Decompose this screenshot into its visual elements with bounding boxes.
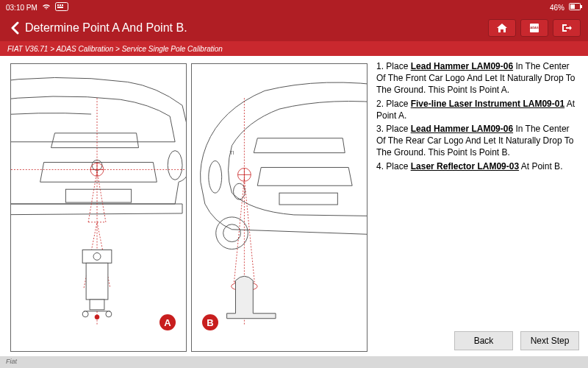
- tool-lead-hammer: Lead Hammer LAM09-06: [411, 61, 513, 71]
- point-b-badge: B: [202, 314, 218, 330]
- footer-brand: Fiat: [0, 356, 588, 368]
- diagram-area: A: [0, 56, 373, 356]
- battery-icon: [569, 3, 582, 12]
- breadcrumb: FIAT V36.71 > ADAS Calibration > Service…: [0, 41, 588, 56]
- svg-rect-2: [60, 4, 61, 6]
- svg-text:TI: TI: [230, 150, 234, 155]
- svg-rect-21: [90, 300, 104, 310]
- diagram-front-panel: A: [10, 63, 187, 352]
- svg-point-10: [168, 151, 182, 180]
- svg-text:ADAS: ADAS: [530, 26, 539, 29]
- svg-point-26: [209, 161, 222, 194]
- content-area: A: [0, 56, 588, 356]
- svg-point-25: [93, 252, 101, 260]
- svg-rect-29: [279, 193, 337, 205]
- battery-text: 46%: [550, 4, 564, 12]
- svg-rect-4: [57, 7, 63, 8]
- status-bar: 03:10 PM 46%: [0, 0, 588, 15]
- wifi-icon: [42, 3, 51, 12]
- page-title: Determine Point A And Point B.: [25, 21, 187, 35]
- back-button[interactable]: Back: [454, 331, 513, 350]
- tool-laser-reflector: Laser Reflector LAM09-03: [411, 161, 519, 171]
- home-button[interactable]: [488, 19, 516, 37]
- svg-rect-6: [570, 4, 575, 9]
- back-chevron-icon[interactable]: [7, 21, 22, 35]
- tool-laser-instrument: Five-line Laser Instrument LAM09-01: [411, 99, 564, 109]
- device-icon: [55, 2, 68, 13]
- svg-point-18: [95, 315, 99, 319]
- point-a-badge: A: [159, 314, 176, 330]
- svg-rect-11: [65, 189, 131, 202]
- status-time: 03:10 PM: [6, 4, 37, 12]
- tool-lead-hammer-2: Lead Hammer LAM09-06: [411, 124, 513, 134]
- svg-rect-20: [86, 263, 108, 300]
- exit-button[interactable]: [553, 19, 581, 37]
- svg-point-27: [216, 217, 248, 250]
- svg-point-24: [106, 311, 112, 317]
- next-step-button[interactable]: Next Step: [520, 331, 579, 350]
- svg-point-28: [223, 224, 241, 242]
- title-bar: Determine Point A And Point B. ADAS: [0, 15, 588, 41]
- svg-rect-3: [62, 4, 63, 6]
- svg-point-23: [82, 311, 88, 317]
- svg-rect-1: [57, 4, 59, 6]
- instruction-text: 1. Place Lead Hammer LAM09-06 In The Cen…: [373, 56, 588, 356]
- adas-button[interactable]: ADAS: [520, 19, 548, 37]
- svg-rect-7: [581, 5, 582, 8]
- diagram-rear-panel: TI B: [191, 63, 368, 352]
